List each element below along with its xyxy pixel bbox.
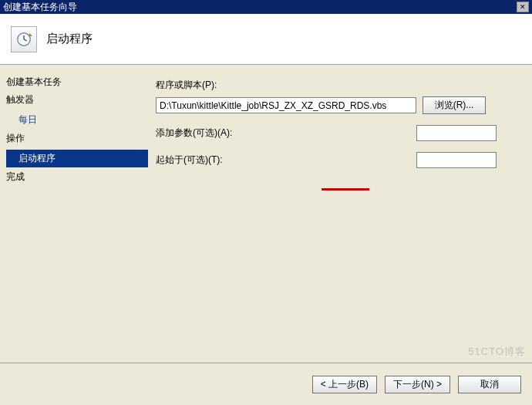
next-button[interactable]: 下一步(N) >	[385, 376, 450, 393]
startin-input[interactable]	[416, 152, 497, 168]
schedule-icon	[11, 26, 37, 52]
wizard-body: 创建基本任务 触发器 每日 操作 启动程序 完成 程序或脚本(P): 浏览(R)…	[0, 65, 532, 363]
program-path-input[interactable]	[156, 97, 416, 113]
sidebar-heading-action: 操作	[6, 132, 148, 145]
args-label: 添加参数(可选)(A):	[156, 127, 410, 140]
args-input[interactable]	[416, 125, 497, 141]
wizard-header: 启动程序	[0, 14, 532, 65]
back-button[interactable]: < 上一步(B)	[312, 376, 377, 393]
cancel-button[interactable]: 取消	[458, 376, 521, 393]
sidebar-item-daily[interactable]: 每日	[6, 111, 148, 129]
wizard-sidebar: 创建基本任务 触发器 每日 操作 启动程序 完成	[0, 65, 148, 363]
startin-label: 起始于(可选)(T):	[156, 154, 410, 167]
wizard-main: 程序或脚本(P): 浏览(R)... 添加参数(可选)(A): 起始于(可选)(…	[148, 65, 532, 363]
program-label: 程序或脚本(P):	[156, 79, 518, 92]
window-title: 创建基本任务向导	[3, 0, 77, 14]
svg-marker-3	[29, 33, 32, 35]
sidebar-item-start-program[interactable]: 启动程序	[6, 150, 148, 167]
sidebar-heading-trigger: 触发器	[6, 93, 148, 106]
titlebar: 创建基本任务向导 ✕	[0, 0, 532, 14]
browse-button[interactable]: 浏览(R)...	[423, 96, 486, 114]
sidebar-heading-create: 创建基本任务	[6, 76, 148, 89]
highlight-underline	[322, 188, 369, 191]
page-title: 启动程序	[46, 32, 93, 46]
sidebar-heading-finish: 完成	[6, 170, 148, 184]
close-icon[interactable]: ✕	[517, 2, 529, 12]
wizard-footer: < 上一步(B) 下一步(N) > 取消	[0, 363, 532, 405]
